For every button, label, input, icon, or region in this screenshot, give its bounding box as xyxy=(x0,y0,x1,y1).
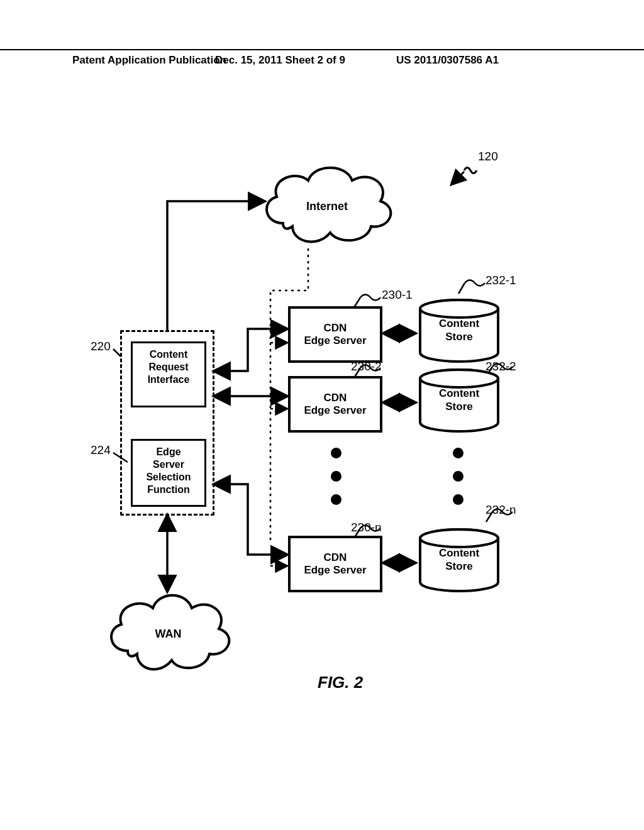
content-store-n: Content Store xyxy=(415,528,503,594)
figure-caption: FIG. 2 xyxy=(318,673,363,692)
header-right: US 2011/0307586 A1 xyxy=(396,54,499,67)
header-center: Dec. 15, 2011 Sheet 2 of 9 xyxy=(215,54,345,67)
dot-icon xyxy=(331,448,341,458)
cdn-edge-server-1: CDN Edge Server xyxy=(288,306,382,363)
svg-point-1 xyxy=(420,300,498,318)
cdn-edge-server-n: CDN Edge Server xyxy=(288,536,382,592)
content-store-2: Content Store xyxy=(415,368,503,434)
ref-230-2: 230-2 xyxy=(351,360,382,374)
ref-120: 120 xyxy=(478,150,498,163)
header-left: Patent Application Publication xyxy=(72,54,226,67)
wan-label: WAN xyxy=(104,627,233,640)
page-header: Patent Application Publication Dec. 15, … xyxy=(0,49,644,53)
ref-232-2: 232-2 xyxy=(486,360,516,374)
dot-icon xyxy=(331,494,341,505)
content-store-1: Content Store xyxy=(415,299,503,365)
dot-icon xyxy=(453,448,464,458)
interface-group: Content Request Interface Edge Server Se… xyxy=(120,330,214,516)
ref-230-n: 230-n xyxy=(351,521,382,534)
internet-cloud: Internet xyxy=(258,160,396,252)
store-n-label: Content Store xyxy=(415,547,503,573)
edge-n-label: CDN Edge Server xyxy=(304,551,366,577)
content-request-interface-box: Content Request Interface xyxy=(131,341,206,407)
ref-232-1: 232-1 xyxy=(486,274,516,287)
edge-2-label: CDN Edge Server xyxy=(304,392,366,418)
cri-label: Content Request Interface xyxy=(148,349,190,385)
edge-server-selection-function-box: Edge Server Selection Function xyxy=(131,439,206,507)
edge-1-label: CDN Edge Server xyxy=(304,322,366,348)
ref-230-1: 230-1 xyxy=(382,288,413,302)
store-ellipsis-dots xyxy=(453,448,464,505)
ref-232-n: 232-n xyxy=(486,503,516,517)
store-2-label: Content Store xyxy=(415,387,503,413)
wan-cloud: WAN xyxy=(104,588,233,679)
essf-label: Edge Server Selection Function xyxy=(146,446,191,495)
store-1-label: Content Store xyxy=(415,318,503,343)
ref-220: 220 xyxy=(91,340,111,353)
svg-point-5 xyxy=(420,529,498,547)
dot-icon xyxy=(453,494,464,505)
edge-ellipsis-dots xyxy=(331,448,341,505)
internet-label: Internet xyxy=(258,199,396,213)
ref-224: 224 xyxy=(91,443,111,457)
dot-icon xyxy=(453,471,464,482)
cdn-edge-server-2: CDN Edge Server xyxy=(288,376,382,433)
dot-icon xyxy=(331,471,341,482)
